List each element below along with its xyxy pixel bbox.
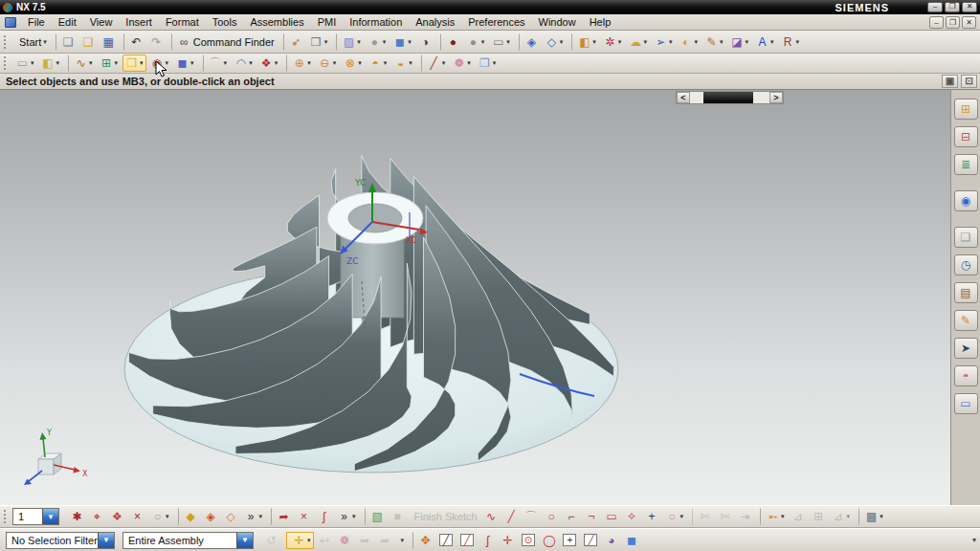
edge-filter[interactable]: ╱ xyxy=(436,532,456,549)
menu-view[interactable]: View xyxy=(83,15,120,29)
history[interactable]: ◷ xyxy=(954,254,978,276)
rectangle-select[interactable] xyxy=(396,532,408,549)
sketch-profile[interactable]: ➦ xyxy=(271,508,293,525)
previous-selection[interactable]: ➥ xyxy=(356,532,374,549)
window-palette[interactable]: ▭ xyxy=(954,393,978,414)
finish-sketch[interactable]: Finish Sketch xyxy=(409,508,480,525)
sketch-line[interactable]: ╱ xyxy=(502,508,521,525)
menu-help[interactable]: Help xyxy=(583,15,618,29)
pattern-curve[interactable]: ⊞ xyxy=(810,508,828,525)
light-sphere[interactable]: ● xyxy=(464,33,488,51)
sketch[interactable]: ▭ xyxy=(13,55,37,72)
sketch-ellipse[interactable]: ○ xyxy=(663,508,687,525)
snapshot[interactable]: ◧ xyxy=(571,33,599,51)
toolbar-grip[interactable] xyxy=(4,510,8,523)
circle-filter[interactable]: ◯ xyxy=(540,532,558,549)
snap-control-point[interactable]: ❖ xyxy=(108,508,126,525)
reuse-library[interactable]: ◉ xyxy=(954,190,978,211)
sketch-overflow[interactable]: » xyxy=(335,508,359,525)
titlebar-restore-button[interactable]: ❐ xyxy=(945,2,960,12)
move-object[interactable]: ✥ xyxy=(412,532,434,549)
mdi-close-button[interactable]: ✕ xyxy=(962,16,976,29)
snap-mid-point[interactable]: ⌖ xyxy=(88,508,106,525)
snap-intersection[interactable]: × xyxy=(128,508,146,525)
rotate-view[interactable]: ◈ xyxy=(519,33,541,51)
sketch-fillet[interactable]: ⌐ xyxy=(563,508,581,525)
edge-blend[interactable]: ⌒ xyxy=(203,55,231,72)
section-view[interactable]: ✲ xyxy=(601,33,625,51)
visualize-shape[interactable]: ◪ xyxy=(727,33,751,51)
selection-filter-dropdown-icon[interactable]: ▼ xyxy=(98,533,114,548)
quick-extend[interactable]: ✄ xyxy=(716,508,734,525)
menu-edit[interactable]: Edit xyxy=(52,15,83,29)
sketch-task-environment[interactable]: ▧ xyxy=(365,508,387,525)
sketch-intersection-curve[interactable]: × xyxy=(295,508,313,525)
extrude[interactable]: ❐ xyxy=(122,55,146,72)
curve-filter[interactable]: ʃ xyxy=(479,532,497,549)
face-filter[interactable]: ◕ xyxy=(602,532,620,549)
selection-scope-combo[interactable]: Entire Assembly ▼ xyxy=(122,532,254,549)
selection-scope-dropdown-icon[interactable]: ▼ xyxy=(236,533,253,548)
block[interactable]: ◼ xyxy=(173,55,197,72)
hd3d-tools[interactable]: ❏ xyxy=(954,227,978,248)
studio-surface[interactable]: ❁ xyxy=(450,55,474,72)
titlebar-minimize-button[interactable]: – xyxy=(927,2,943,12)
part-navigator[interactable]: ≣ xyxy=(954,154,978,175)
sketch-point[interactable]: + xyxy=(643,508,661,525)
titlebar-close-button[interactable]: ✕ xyxy=(962,2,977,12)
sketch-arc[interactable]: ⌒ xyxy=(523,508,541,525)
plus-filter[interactable]: + xyxy=(560,532,579,549)
command-finder[interactable]: ∞ Command Finder xyxy=(171,33,278,51)
scrollbar-track[interactable] xyxy=(690,92,769,103)
selection-filter-combo[interactable]: No Selection Filter ▼ xyxy=(6,532,115,549)
maximize-view-button[interactable]: ⊡ xyxy=(961,75,977,88)
render-tool[interactable]: ✎ xyxy=(702,33,726,51)
new-file[interactable]: ❏ xyxy=(56,33,78,51)
clouds-effect[interactable]: ☁ xyxy=(626,33,650,51)
erase-highlight[interactable]: ❁ xyxy=(336,532,354,549)
menu-analysis[interactable]: Analysis xyxy=(409,15,461,29)
make-corner[interactable]: ⇥ xyxy=(736,508,754,525)
menu-information[interactable]: Information xyxy=(343,15,409,29)
scroll-left-button[interactable]: < xyxy=(677,92,690,103)
curve-tool[interactable]: ∿ xyxy=(68,55,96,72)
select-back[interactable]: ↩ xyxy=(316,532,334,549)
window-layout[interactable]: ❒ xyxy=(307,33,331,51)
constraint-navigator[interactable]: ⊟ xyxy=(954,126,978,147)
scrollbar-thumb[interactable] xyxy=(703,92,753,103)
arc-center-filter[interactable]: ⊙ xyxy=(519,532,538,549)
render-style[interactable]: ◑ xyxy=(416,33,434,51)
start-menu[interactable]: Start xyxy=(13,33,50,51)
intersect[interactable]: ⊗ xyxy=(341,55,365,72)
display-mode[interactable]: ▨ xyxy=(336,33,364,51)
mirror-curve[interactable]: ⊿ xyxy=(830,508,854,525)
menu-assemblies[interactable]: Assemblies xyxy=(243,15,310,29)
selection-announce[interactable]: ↺ xyxy=(262,532,280,549)
sketch-constraints[interactable]: ➵ xyxy=(760,508,788,525)
system-materials[interactable]: ▤ xyxy=(954,282,978,303)
measure[interactable]: ➢ xyxy=(652,33,676,51)
next-selection[interactable]: ➦ xyxy=(376,532,394,549)
snap-end-point[interactable]: ✱ xyxy=(68,508,86,525)
orient-view[interactable]: ◇ xyxy=(543,33,567,51)
offset-curve[interactable]: ⊿ xyxy=(790,508,808,525)
graphics-window[interactable]: YC XC ZC Y X xyxy=(0,90,950,505)
snap-point-on-curve[interactable]: ◆ xyxy=(178,508,200,525)
touch-pointer[interactable]: ➤ xyxy=(954,338,978,359)
snap-quadrant-point[interactable]: ◈ xyxy=(202,508,220,525)
point-set[interactable]: ❖ xyxy=(257,55,281,72)
open-file[interactable]: ❑ xyxy=(79,33,98,51)
sketch-rectangle[interactable]: ▭ xyxy=(603,508,621,525)
snap-overflow[interactable]: » xyxy=(242,508,266,525)
background-shade[interactable]: ● xyxy=(366,33,390,51)
unite[interactable]: ⊕ xyxy=(286,55,314,72)
line-filter[interactable]: ╱ xyxy=(581,532,600,549)
statusbar-overflow[interactable]: ▾ xyxy=(972,536,976,544)
assembly-navigator[interactable]: ⊞ xyxy=(954,99,978,120)
toolbar-grip[interactable] xyxy=(4,35,8,49)
trim-body[interactable]: ◒ xyxy=(391,55,415,72)
materials[interactable]: ◐ xyxy=(677,33,701,51)
line-tool[interactable]: ╱ xyxy=(421,55,449,72)
menu-pmi[interactable]: PMI xyxy=(311,15,344,29)
menu-file[interactable]: File xyxy=(21,15,52,29)
